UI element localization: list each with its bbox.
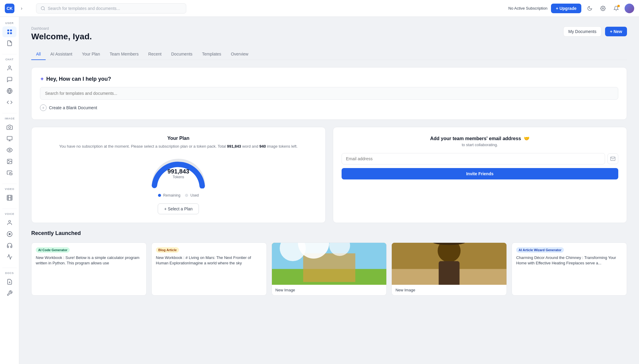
sidebar-item-globe[interactable] xyxy=(2,86,17,96)
tab-templates[interactable]: Templates xyxy=(197,49,226,60)
svg-point-1 xyxy=(602,8,604,9)
sidebar-voice-section: VOICE xyxy=(0,211,19,266)
sidebar-item-chat-bubble[interactable] xyxy=(2,74,17,85)
my-documents-button[interactable]: My Documents xyxy=(563,26,601,37)
remaining-legend: Remaining xyxy=(158,193,181,197)
sidebar-image-section: IMAGE xyxy=(0,116,19,182)
camera-icon xyxy=(7,124,13,130)
logo-icon[interactable]: CK xyxy=(5,4,14,13)
sidebar-item-image-extra[interactable] xyxy=(2,167,17,178)
tab-documents[interactable]: Documents xyxy=(166,49,197,60)
list-item[interactable]: New Image xyxy=(272,242,387,296)
sidebar-item-waveform[interactable] xyxy=(2,251,17,262)
image-edit-icon xyxy=(7,158,13,164)
record-icon xyxy=(7,231,13,237)
docs-plus-icon xyxy=(7,279,13,285)
sidebar-item-dashboard[interactable] xyxy=(2,26,17,37)
email-row xyxy=(342,153,619,164)
upgrade-button[interactable]: + Upgrade xyxy=(551,4,581,13)
tab-recent[interactable]: Recent xyxy=(143,49,166,60)
gauge-value: 991,843 xyxy=(168,168,189,175)
code-icon xyxy=(7,99,13,105)
main-content: Dashboard Welcome, Iyad. My Documents + … xyxy=(19,17,639,364)
sidebar-item-camera[interactable] xyxy=(2,122,17,133)
gauge-center: 991,843 Tokens xyxy=(168,168,189,179)
sidebar-item-voice-extra[interactable] xyxy=(2,240,17,251)
svg-rect-16 xyxy=(10,173,12,175)
sidebar-item-eye[interactable] xyxy=(2,145,17,155)
sidebar-user-label: USER xyxy=(2,20,17,26)
team-subtitle: to start collaborating. xyxy=(342,143,619,147)
sidebar-item-docs-plus[interactable] xyxy=(2,276,17,287)
svg-rect-5 xyxy=(10,32,12,34)
remaining-label: Remaining xyxy=(163,193,180,197)
image-tokens: 940 xyxy=(259,144,266,149)
nav-right: No Active Subscription + Upgrade xyxy=(508,4,634,13)
sidebar-toggle[interactable]: › xyxy=(18,5,25,12)
tab-your-plan[interactable]: Your Plan xyxy=(77,49,105,60)
monitor-icon xyxy=(7,136,13,142)
tab-all[interactable]: All xyxy=(31,49,46,60)
tab-ai-assistant[interactable]: AI Assistant xyxy=(46,49,77,60)
sidebar-item-record[interactable] xyxy=(2,229,17,239)
farm-scene xyxy=(272,243,387,285)
sidebar-item-documents[interactable] xyxy=(2,38,17,49)
sidebar-voice-label: VOICE xyxy=(2,211,17,217)
search-placeholder: Search for templates and documents... xyxy=(48,6,120,11)
ai-search-input[interactable] xyxy=(40,87,618,100)
card-body: Blog Article New Workbook : # Living on … xyxy=(152,243,266,270)
moon-icon[interactable] xyxy=(585,4,595,13)
sidebar-item-code[interactable] xyxy=(2,97,17,108)
globe-icon xyxy=(7,88,13,94)
svg-point-13 xyxy=(9,149,10,151)
list-item[interactable]: AI Code Generator New Workbook : Sure! B… xyxy=(31,242,147,296)
invite-friends-button[interactable]: Invite Friends xyxy=(342,168,619,179)
sidebar-item-image-edit[interactable] xyxy=(2,156,17,167)
svg-point-27 xyxy=(9,233,10,235)
svg-point-6 xyxy=(8,66,11,68)
settings-icon[interactable] xyxy=(598,4,608,13)
create-blank-plus-icon: + xyxy=(40,104,47,111)
used-label: Used xyxy=(190,193,199,197)
voice-person-icon xyxy=(7,220,13,226)
list-item[interactable]: Blog Article New Workbook : # Living on … xyxy=(151,242,267,296)
word-tokens: 991,843 xyxy=(227,144,241,149)
video-icon xyxy=(7,195,13,201)
eye-icon xyxy=(7,147,13,153)
search-bar[interactable]: Search for templates and documents... xyxy=(36,3,186,14)
notification-icon[interactable] xyxy=(611,4,621,13)
sidebar-item-monitor[interactable] xyxy=(2,133,17,144)
select-plan-button[interactable]: + Select a Plan xyxy=(158,203,199,214)
upgrade-label: + Upgrade xyxy=(556,6,577,11)
logo-text: CK xyxy=(7,6,13,11)
sidebar-item-voice-person[interactable] xyxy=(2,217,17,228)
used-dot xyxy=(185,194,188,197)
list-item[interactable]: AI Article Wizard Generator Charming Déc… xyxy=(512,242,627,296)
sidebar-item-video[interactable] xyxy=(2,192,17,203)
tab-overview[interactable]: Overview xyxy=(226,49,253,60)
create-blank-label: Create a Blank Document xyxy=(49,105,97,110)
sidebar-item-chat-person[interactable] xyxy=(2,63,17,74)
documents-icon xyxy=(7,40,13,46)
gauge-chart: 991,843 Tokens xyxy=(148,155,208,188)
tab-team-members[interactable]: Team Members xyxy=(105,49,143,60)
image-thumbnail xyxy=(392,243,507,285)
new-button[interactable]: + New xyxy=(605,27,627,36)
sidebar-chat-section: CHAT xyxy=(0,57,19,112)
card-badge: AI Article Wizard Generator xyxy=(516,247,564,253)
ai-help-card: ✦ Hey, How can I help you? + Create a Bl… xyxy=(31,67,627,120)
sidebar-chat-label: CHAT xyxy=(2,57,17,63)
sidebar-item-docs-tools[interactable] xyxy=(2,288,17,299)
sidebar-user-section: USER xyxy=(0,20,19,53)
svg-rect-4 xyxy=(7,32,9,34)
image-thumbnail xyxy=(272,243,387,285)
sidebar-docs-label: DOCS xyxy=(2,270,17,276)
create-blank-button[interactable]: + Create a Blank Document xyxy=(40,104,618,111)
gauge-label: Tokens xyxy=(168,175,189,179)
avatar[interactable] xyxy=(625,4,634,13)
card-label: New Image xyxy=(392,285,507,295)
svg-point-0 xyxy=(41,7,44,10)
list-item[interactable]: New Image xyxy=(391,242,507,296)
remaining-dot xyxy=(158,194,161,197)
email-input[interactable] xyxy=(342,153,605,164)
